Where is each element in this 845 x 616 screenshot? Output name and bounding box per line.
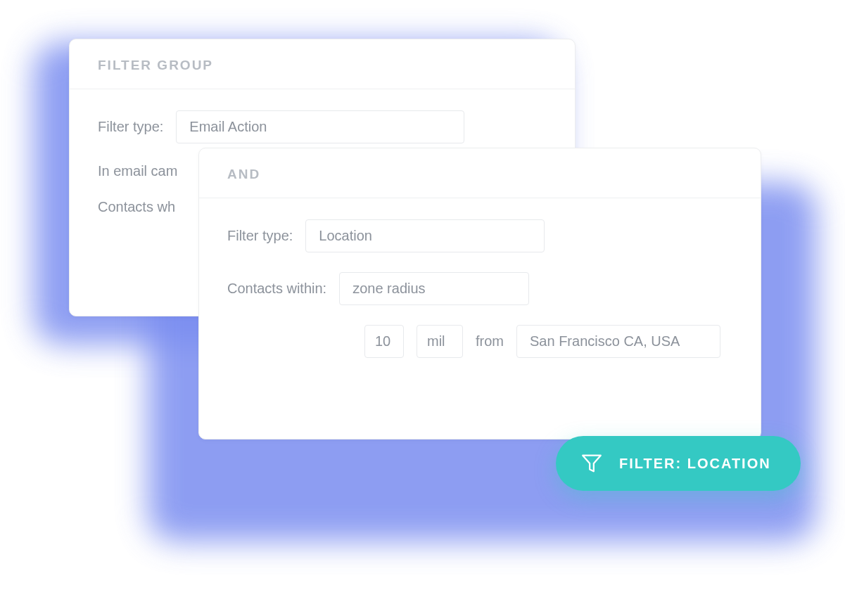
funnel-icon (580, 451, 604, 475)
and-filter-body: Filter type: Location Contacts within: z… (199, 198, 761, 386)
and-filter-header: AND (199, 148, 761, 198)
contacts-who-text: Contacts wh (98, 199, 175, 215)
and-filter-type-label: Filter type: (227, 228, 293, 244)
filter-group-header: FILTER GROUP (70, 39, 575, 89)
filter-group-title: FILTER GROUP (98, 58, 547, 73)
filter-type-label: Filter type: (98, 119, 163, 135)
and-filter-row-distance: 10 mil from San Francisco CA, USA (227, 325, 732, 358)
distance-unit-select[interactable]: mil (417, 325, 463, 358)
and-filter-card: AND Filter type: Location Contacts withi… (198, 148, 761, 439)
filter-type-select[interactable]: Email Action (176, 110, 464, 143)
and-filter-type-select[interactable]: Location (305, 219, 545, 252)
contacts-within-select[interactable]: zone radius (339, 272, 529, 305)
filter-location-pill-label: FILTER: LOCATION (619, 456, 771, 472)
contacts-within-label: Contacts within: (227, 281, 326, 297)
filter-location-pill[interactable]: FILTER: LOCATION (556, 436, 801, 491)
distance-input[interactable]: 10 (364, 325, 404, 358)
location-input[interactable]: San Francisco CA, USA (516, 325, 720, 358)
and-filter-row-within: Contacts within: zone radius (227, 272, 732, 305)
email-campaign-text: In email cam (98, 163, 177, 179)
from-label: from (476, 333, 504, 349)
filter-group-row-type: Filter type: Email Action (98, 110, 547, 143)
and-filter-title: AND (227, 167, 732, 182)
and-filter-row-type: Filter type: Location (227, 219, 732, 252)
